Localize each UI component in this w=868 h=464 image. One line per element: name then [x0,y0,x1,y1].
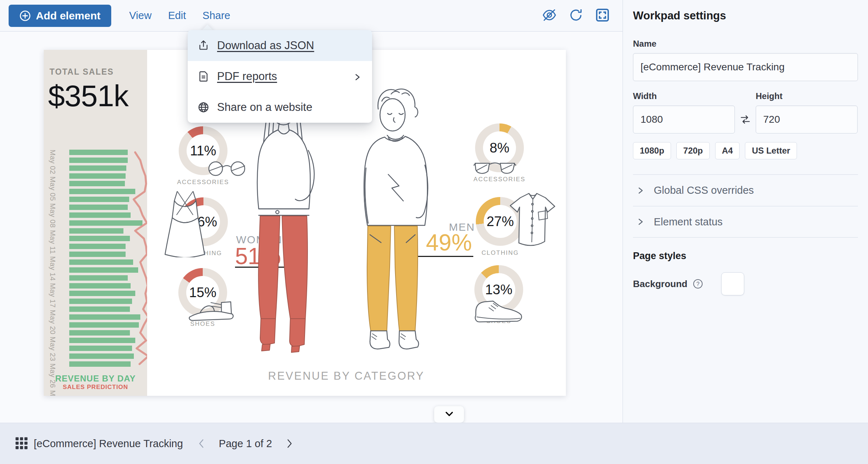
toolbar-right-icons [541,8,610,24]
revenue-by-category-label: REVENUE BY CATEGORY [257,370,436,383]
sandal-icon [187,296,237,322]
sales-prediction-line [69,150,147,371]
background-label: Background [633,278,688,290]
swap-dimensions-button[interactable] [735,106,756,133]
toolbar: Add element View Edit Share [0,0,623,32]
accordion-list: Global CSS overridesElement status [633,174,858,238]
fullscreen-icon [595,8,610,22]
next-page-button[interactable] [285,438,294,449]
share-menu-item-label: Download as JSON [217,39,314,52]
share-menu-item-label: Share on a website [217,101,312,114]
donut-category-label: ACCESSORIES [461,176,538,183]
total-sales-label: TOTAL SALES [50,67,114,77]
footer-bar: [eCommerce] Revenue Tracking Page 1 of 2 [0,423,868,464]
add-element-button[interactable]: Add element [9,5,111,27]
plus-circle-icon [19,10,31,22]
help-icon[interactable]: ? [693,278,703,289]
menu-view[interactable]: View [129,10,151,22]
accordion-global-css-overrides[interactable]: Global CSS overrides [633,174,858,206]
height-label: Height [756,91,858,101]
fullscreen-button[interactable] [595,8,610,24]
page-indicator: Page 1 of 2 [219,438,272,450]
accordion-element-status[interactable]: Element status [633,206,858,238]
accordion-label: Global CSS overrides [654,184,754,196]
date-axis: May 02 May 05 May 08 May 11 May 14 May 1… [47,150,57,371]
name-label: Name [633,39,858,49]
document-icon [198,71,209,82]
height-input[interactable] [756,106,858,133]
toolbar-menu: View Edit Share [129,10,230,22]
hide-editing-controls-button[interactable] [541,8,557,24]
sunglasses-icon [473,160,517,177]
dimensions-row: Width Height [633,91,858,133]
svg-text:?: ? [696,281,699,287]
kibana-canvas-app: Add element View Edit Share [0,0,868,464]
background-row: Background ? [633,272,858,295]
width-input[interactable] [633,106,735,133]
submenu-chevron-icon [353,72,362,81]
boot-icon [471,297,526,324]
page-styles-heading: Page styles [633,250,858,262]
glasses-icon [202,159,256,177]
menu-share[interactable]: Share [202,10,230,22]
footer-workpad-name[interactable]: [eCommerce] Revenue Tracking [34,438,183,450]
preset-1080p-button[interactable]: 1080p [633,142,671,159]
revenue-by-day-label: REVENUE BY DAY [44,374,147,384]
chevron-right-icon [285,438,294,449]
preset-a4-button[interactable]: A4 [715,142,740,159]
swap-arrows-icon [740,114,751,125]
page-navigation: Page 1 of 2 [197,438,294,450]
width-label: Width [633,91,735,101]
eye-slash-icon [542,8,557,22]
revenue-by-day-panel[interactable]: TOTAL SALES $351k May 02 May 05 May 08 M… [44,50,147,396]
export-icon [198,40,209,51]
chevron-right-icon [636,186,645,195]
donut-category-label: CLOTHING [461,249,539,257]
total-sales-value: $351k [48,79,128,113]
menu-edit[interactable]: Edit [168,10,186,22]
add-element-label: Add element [36,10,100,22]
share-menu-item-label: PDF reports [217,70,277,83]
refresh-icon [569,8,583,22]
panel-title: Workpad settings [633,9,858,22]
shirt-icon [508,191,558,249]
share-menu-item-download-as-json[interactable]: Download as JSON [188,30,372,61]
workpad-settings-panel: Workpad settings Name Width Height 1080p… [623,0,868,464]
refresh-button[interactable] [568,8,584,24]
background-color-swatch[interactable] [721,272,744,295]
accordion-label: Element status [654,216,723,228]
chevron-right-icon [636,217,645,226]
preset-720p-button[interactable]: 720p [676,142,710,159]
share-menu-list: Download as JSONPDF reportsShare on a we… [188,30,372,123]
chevron-down-icon [444,409,455,420]
expand-page-manager-button[interactable] [434,406,464,423]
share-menu-item-share-on-a-website[interactable]: Share on a website [188,92,372,123]
share-popover: Download as JSONPDF reportsShare on a we… [188,30,372,123]
previous-page-button [197,438,206,449]
preset-us-letter-button[interactable]: US Letter [745,142,797,159]
workpad-manager-button[interactable] [14,436,29,451]
workpad-name-input[interactable] [633,53,858,81]
globe-icon [198,102,209,113]
dress-icon [159,189,210,257]
chevron-left-icon [197,438,206,449]
sales-prediction-label: SALES PREDICTION [44,384,147,391]
grid-icon [15,436,28,450]
share-menu-item-pdf-reports[interactable]: PDF reports [188,61,372,92]
size-presets: 1080p720pA4US Letter [633,142,858,159]
